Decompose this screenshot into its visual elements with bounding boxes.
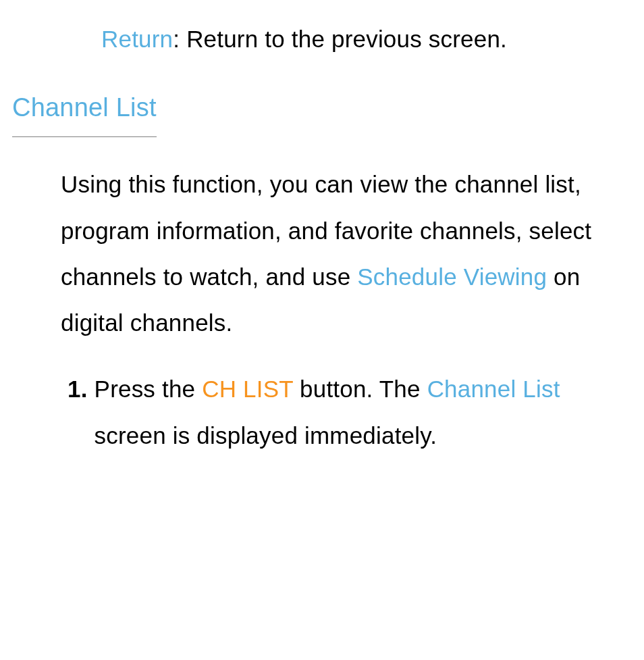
step-1-number: 1. xyxy=(68,366,88,459)
step-1-text-3: screen is displayed immediately. xyxy=(95,422,437,449)
step-1-body: Press the CH LIST button. The Channel Li… xyxy=(95,366,617,459)
ch-list-button-label: CH LIST xyxy=(202,376,293,402)
return-label: Return xyxy=(101,26,173,52)
step-1-text-2: button. The xyxy=(293,376,427,402)
intro-paragraph: Using this function, you can view the ch… xyxy=(61,161,617,346)
step-1-text-1: Press the xyxy=(95,376,203,402)
step-1: 1. Press the CH LIST button. The Channel… xyxy=(68,366,617,459)
channel-list-screen-label: Channel List xyxy=(427,376,560,402)
return-colon: : xyxy=(173,26,186,52)
return-item: Return: Return to the previous screen. xyxy=(101,16,617,62)
return-description: Return to the previous screen. xyxy=(186,26,507,52)
section-heading: Channel List xyxy=(12,82,157,137)
schedule-viewing-label: Schedule Viewing xyxy=(357,263,547,290)
document-page: Return: Return to the previous screen. C… xyxy=(0,0,644,660)
section-heading-wrap: Channel List xyxy=(27,62,617,161)
